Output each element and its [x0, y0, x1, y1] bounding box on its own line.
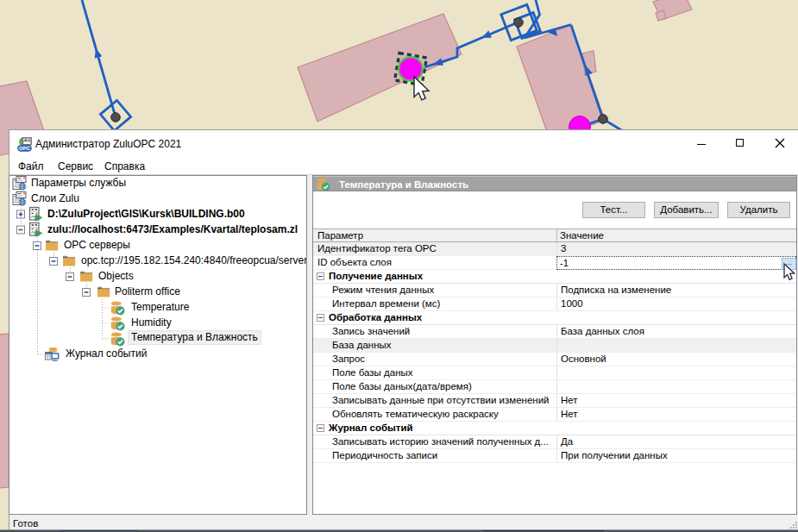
svg-text:OPC: OPC — [19, 146, 31, 151]
